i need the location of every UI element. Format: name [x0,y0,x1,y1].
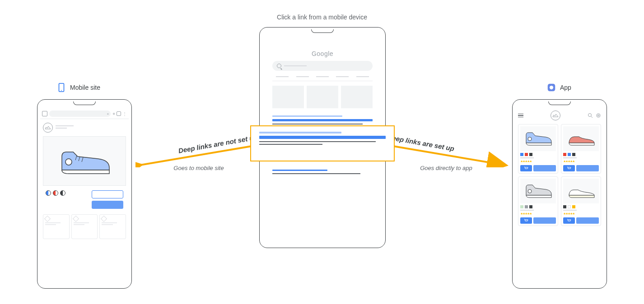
shoe-icon [565,181,597,201]
mobile-site-label: Mobile site [56,83,100,92]
mobile-icon [56,83,66,92]
app-icon [546,83,556,92]
search-tabs [272,76,373,81]
shoe-icon [523,181,554,201]
url-bar: × [49,111,111,117]
more-icon: ⋮ [122,111,127,116]
hamburger-icon [518,114,523,118]
highlighted-result-box [250,125,395,161]
add-button [576,165,599,171]
app-label: App [546,83,571,92]
product-grid: ★★★★★ ★★★★★ [515,124,604,226]
app-header [515,109,604,124]
svg-point-12 [597,114,600,117]
cart-button [520,217,532,224]
arrow-right-container: Deep links are set up Goes directly to a… [383,133,509,171]
shoe-icon [55,143,114,179]
add-button [533,165,556,171]
search-icon [588,113,593,118]
svg-point-3 [550,86,553,89]
arrow-left-container: Deep links are not set up Goes to mobile… [135,133,262,171]
home-icon [42,111,47,116]
site-header [40,123,129,136]
mobile-site-text: Mobile site [70,84,100,91]
browser-bar: × + ⋮ [40,109,129,119]
left-phone-mobile-site: × + ⋮ [37,99,132,289]
product-card: ★★★★★ [561,176,601,226]
svg-line-11 [591,116,593,118]
app-logo [551,111,560,120]
product-card: ★★★★★ [561,124,601,174]
filled-button [92,201,123,209]
shoe-icon [565,129,597,149]
tag-icon [44,216,51,222]
product-card: ★★★★★ [518,176,558,226]
svg-point-1 [61,90,62,91]
rating-stars: ★★★★★ [563,212,599,216]
hero-shoe-image [43,136,126,186]
plus-icon: + [112,111,115,116]
product-cards-row [43,214,126,239]
rating-stars: ★★★★★ [520,160,556,163]
color-swatches [46,190,65,196]
deep-links-diagram: Click a link from a mobile device Mobile… [0,0,644,304]
search-result-3 [272,170,373,174]
svg-point-15 [528,189,532,193]
cart-button [520,165,532,171]
site-logo [43,123,53,133]
cart-button [563,217,575,224]
highlighted-link [272,119,373,121]
tag-icon [101,216,107,222]
app-text: App [560,84,571,91]
shoe-icon [523,129,554,149]
add-button [533,217,556,224]
rating-stars: ★★★★★ [520,212,556,216]
google-logo: Google [263,50,382,57]
result-cards [272,86,373,108]
svg-point-13 [598,115,599,116]
action-buttons [92,190,123,209]
diagram-title: Click a link from a mobile device [277,14,367,21]
tabs-icon [117,111,121,116]
tag-icon [73,216,79,222]
add-button [576,217,599,224]
svg-point-14 [528,137,532,141]
search-bar [272,61,373,71]
gear-icon [596,113,601,118]
cart-button [563,165,575,171]
rating-stars: ★★★★★ [563,160,599,163]
outline-button [92,190,123,198]
svg-point-10 [588,114,592,117]
right-phone-app: ★★★★★ ★★★★★ [512,99,607,289]
product-card: ★★★★★ [518,124,558,174]
svg-point-6 [65,159,72,165]
search-icon [277,64,281,68]
